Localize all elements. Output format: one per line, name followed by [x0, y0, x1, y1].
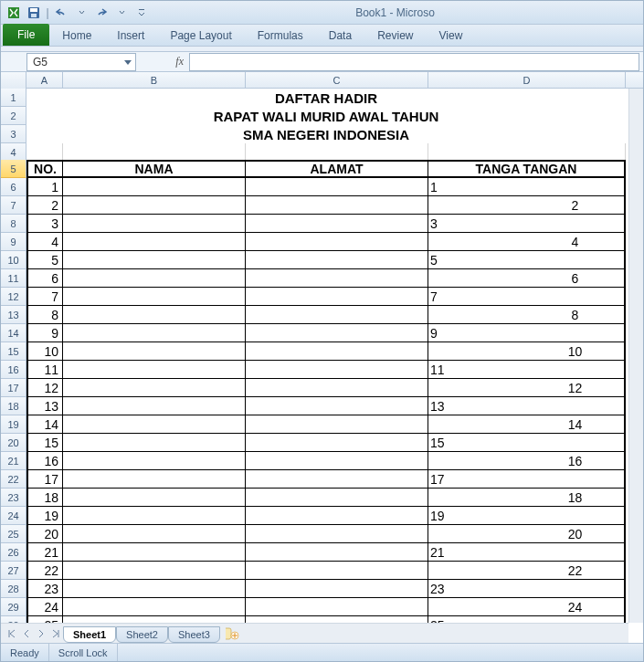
- cell-tanda-tangan[interactable]: 24: [428, 598, 626, 616]
- row-header-7[interactable]: 7: [1, 196, 26, 215]
- cell-nama[interactable]: [63, 288, 246, 306]
- customize-qat-icon[interactable]: [132, 4, 151, 22]
- sheet-nav-next-icon[interactable]: [34, 626, 48, 641]
- row-header-26[interactable]: 26: [1, 543, 26, 562]
- cell-nama[interactable]: [63, 342, 246, 361]
- header-no[interactable]: NO.: [26, 160, 63, 178]
- cell-alamat[interactable]: [246, 324, 428, 342]
- cell-no[interactable]: 20: [26, 525, 63, 543]
- tab-home[interactable]: Home: [49, 26, 104, 46]
- row-header-28[interactable]: 28: [1, 580, 26, 598]
- cell-alamat[interactable]: [246, 525, 428, 543]
- cell-tanda-tangan[interactable]: 20: [428, 525, 626, 543]
- cell-no[interactable]: 5: [26, 251, 63, 269]
- row-header-22[interactable]: 22: [1, 470, 26, 489]
- tab-data[interactable]: Data: [316, 26, 364, 46]
- cell-no[interactable]: 3: [26, 215, 63, 233]
- cell-alamat[interactable]: [246, 306, 428, 324]
- cell-alamat[interactable]: [246, 470, 428, 489]
- cell-alamat[interactable]: [246, 489, 428, 507]
- cell-tanda-tangan[interactable]: 6: [428, 269, 626, 288]
- row-header-10[interactable]: 10: [1, 251, 26, 269]
- cell-nama[interactable]: [63, 452, 246, 470]
- cell-tanda-tangan[interactable]: 7: [428, 288, 626, 306]
- cell-nama[interactable]: [63, 397, 246, 415]
- row-header-21[interactable]: 21: [1, 452, 26, 470]
- cell-no[interactable]: 17: [26, 470, 63, 489]
- cell-nama[interactable]: [63, 507, 246, 525]
- cell-no[interactable]: 1: [26, 178, 63, 196]
- cell-no[interactable]: 14: [26, 415, 63, 434]
- cell-alamat[interactable]: [246, 342, 428, 361]
- cell-tanda-tangan[interactable]: 23: [428, 580, 626, 598]
- title-line-1[interactable]: RAPAT WALI MURID AWAL TAHUN: [26, 107, 626, 125]
- cell-nama[interactable]: [63, 489, 246, 507]
- cell-tanda-tangan[interactable]: 2: [428, 196, 626, 215]
- cell-nama[interactable]: [63, 470, 246, 489]
- select-all-corner[interactable]: [1, 72, 26, 89]
- cell-tanda-tangan[interactable]: 5: [428, 251, 626, 269]
- row-header-18[interactable]: 18: [1, 397, 26, 415]
- vertical-scrollbar[interactable]: [628, 89, 643, 623]
- cell-nama[interactable]: [63, 233, 246, 251]
- cell-alamat[interactable]: [246, 196, 428, 215]
- cell-nama[interactable]: [63, 379, 246, 397]
- row-header-15[interactable]: 15: [1, 342, 26, 361]
- cell-alamat[interactable]: [246, 269, 428, 288]
- header-tanda-tangan[interactable]: TANGA TANGAN: [428, 160, 626, 178]
- cell-alamat[interactable]: [246, 434, 428, 452]
- sheet-tab-2[interactable]: Sheet2: [116, 626, 168, 643]
- cell-no[interactable]: 13: [26, 397, 63, 415]
- cell-tanda-tangan[interactable]: 18: [428, 489, 626, 507]
- cell-alamat[interactable]: [246, 507, 428, 525]
- cell-no[interactable]: 12: [26, 379, 63, 397]
- cell-no[interactable]: 10: [26, 342, 63, 361]
- cell-nama[interactable]: [63, 580, 246, 598]
- cell-no[interactable]: 9: [26, 324, 63, 342]
- cell-tanda-tangan[interactable]: 10: [428, 342, 626, 361]
- cell-alamat[interactable]: [246, 580, 428, 598]
- cell-tanda-tangan[interactable]: 21: [428, 543, 626, 562]
- tab-page-layout[interactable]: Page Layout: [157, 26, 244, 46]
- cell-nama[interactable]: [63, 269, 246, 288]
- cell-no[interactable]: 23: [26, 580, 63, 598]
- cell-no[interactable]: 18: [26, 489, 63, 507]
- cell-no[interactable]: 4: [26, 233, 63, 251]
- cell[interactable]: [63, 143, 246, 162]
- row-header-3[interactable]: 3: [1, 125, 26, 143]
- cell-tanda-tangan[interactable]: 3: [428, 215, 626, 233]
- cell-nama[interactable]: [63, 525, 246, 543]
- cell-alamat[interactable]: [246, 251, 428, 269]
- row-header-14[interactable]: 14: [1, 324, 26, 342]
- row-header-5[interactable]: 5: [1, 160, 26, 178]
- row-header-19[interactable]: 19: [1, 415, 26, 434]
- cell-nama[interactable]: [63, 543, 246, 562]
- col-header-B[interactable]: B: [63, 72, 246, 89]
- undo-dropdown-icon[interactable]: [72, 4, 90, 22]
- cell-no[interactable]: 7: [26, 288, 63, 306]
- cell-alamat[interactable]: [246, 543, 428, 562]
- cell-alamat[interactable]: [246, 452, 428, 470]
- title-line-2[interactable]: SMA NEGERI INDONESIA: [26, 125, 626, 143]
- cell-nama[interactable]: [63, 215, 246, 233]
- cell-tanda-tangan[interactable]: 19: [428, 507, 626, 525]
- name-box[interactable]: G5: [26, 53, 136, 71]
- cell-tanda-tangan[interactable]: 4: [428, 233, 626, 251]
- cell-no[interactable]: 2: [26, 196, 63, 215]
- row-header-16[interactable]: 16: [1, 361, 26, 379]
- insert-sheet-icon[interactable]: [224, 626, 240, 641]
- cell-tanda-tangan[interactable]: 17: [428, 470, 626, 489]
- cell-alamat[interactable]: [246, 233, 428, 251]
- cell-tanda-tangan[interactable]: 15: [428, 434, 626, 452]
- cell-no[interactable]: 6: [26, 269, 63, 288]
- cell-nama[interactable]: [63, 251, 246, 269]
- row-header-2[interactable]: 2: [1, 107, 26, 125]
- row-header-23[interactable]: 23: [1, 489, 26, 507]
- cell-alamat[interactable]: [246, 178, 428, 196]
- cell-no[interactable]: 16: [26, 452, 63, 470]
- cell-alamat[interactable]: [246, 288, 428, 306]
- cell-tanda-tangan[interactable]: 16: [428, 452, 626, 470]
- cell-alamat[interactable]: [246, 215, 428, 233]
- cell-nama[interactable]: [63, 178, 246, 196]
- tab-view[interactable]: View: [427, 26, 476, 46]
